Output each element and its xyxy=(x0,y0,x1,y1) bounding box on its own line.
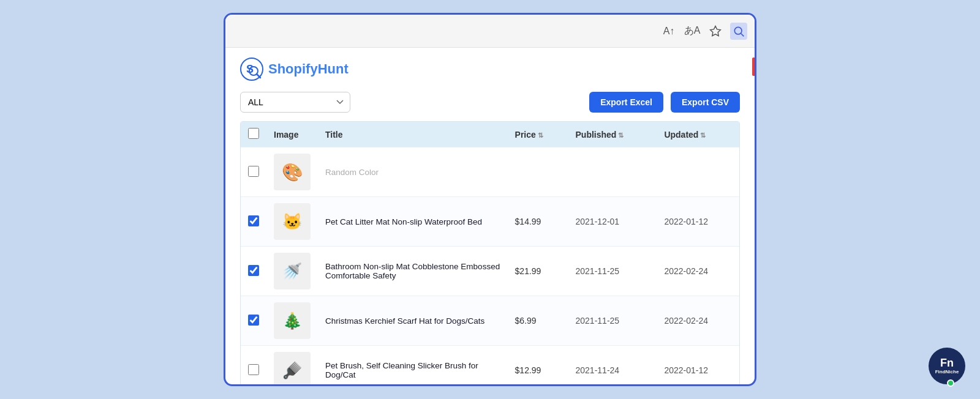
row-image-cell: 🎨 xyxy=(266,147,318,197)
row-image-cell: 🚿 xyxy=(266,247,318,296)
row-price-cell: $12.99 xyxy=(508,346,568,385)
svg-marker-0 xyxy=(710,26,721,35)
row-checkbox[interactable] xyxy=(248,364,259,375)
findniche-badge[interactable]: Fn FindNiche xyxy=(929,348,965,384)
row-image-cell: 🪮 xyxy=(266,346,318,385)
row-title-cell: Bathroom Non-slip Mat Cobblestone Emboss… xyxy=(318,247,508,296)
row-published-cell xyxy=(568,147,657,197)
table-row: 🐱 Pet Cat Litter Mat Non-slip Waterproof… xyxy=(241,197,739,247)
product-image: 🎄 xyxy=(274,302,311,339)
row-price-cell: $6.99 xyxy=(508,296,568,346)
row-checkbox-cell xyxy=(241,346,266,385)
row-price-cell: $21.99 xyxy=(508,247,568,296)
col-updated[interactable]: Updated xyxy=(657,122,739,147)
logo-text: ShopifyHunt xyxy=(268,61,349,77)
browser-window: A↑ あA S ShopifyHunt xyxy=(224,13,756,386)
export-csv-button[interactable]: Export CSV xyxy=(671,92,740,113)
row-published-cell: 2021-11-25 xyxy=(568,247,657,296)
products-table: Image Title Price Published Updated xyxy=(241,122,739,384)
search-icon[interactable] xyxy=(730,23,747,40)
row-price-cell xyxy=(508,147,568,197)
col-image: Image xyxy=(266,122,318,147)
controls-row: ALL Published Unpublished Export Excel E… xyxy=(240,92,740,113)
row-title-cell: Christmas Kerchief Scarf Hat for Dogs/Ca… xyxy=(318,296,508,346)
table-row: 🪮 Pet Brush, Self Cleaning Slicker Brush… xyxy=(241,346,739,385)
row-updated-cell: 2022-01-12 xyxy=(657,197,739,247)
row-checkbox-cell xyxy=(241,197,266,247)
row-checkbox[interactable] xyxy=(248,166,259,177)
row-checkbox-cell xyxy=(241,296,266,346)
browser-toolbar: A↑ あA xyxy=(225,15,755,48)
row-checkbox[interactable] xyxy=(248,265,259,276)
shopifyhunt-logo-icon: S xyxy=(240,58,263,81)
page-content: S ShopifyHunt ALL Published Unpublished … xyxy=(225,48,755,384)
row-title-cell: Pet Brush, Self Cleaning Slicker Brush f… xyxy=(318,346,508,385)
findniche-logo: Fn xyxy=(940,357,954,368)
row-updated-cell: 2022-02-24 xyxy=(657,247,739,296)
row-image-cell: 🐱 xyxy=(266,197,318,247)
table-header-row: Image Title Price Published Updated xyxy=(241,122,739,147)
findniche-status-dot xyxy=(947,379,954,387)
table-row: 🎄 Christmas Kerchief Scarf Hat for Dogs/… xyxy=(241,296,739,346)
table-row: 🎨 Random Color xyxy=(241,147,739,197)
col-checkbox xyxy=(241,122,266,147)
row-checkbox-cell xyxy=(241,147,266,197)
row-checkbox[interactable] xyxy=(248,215,259,226)
export-excel-button[interactable]: Export Excel xyxy=(589,92,663,113)
logo-wordmark: ShopifyHunt xyxy=(268,61,349,76)
product-image: 🎨 xyxy=(274,154,311,190)
font-size-icon[interactable]: A↑ xyxy=(660,23,677,40)
products-table-container: Image Title Price Published Updated xyxy=(240,121,740,384)
logo-area: S ShopifyHunt xyxy=(240,58,740,81)
row-published-cell: 2021-12-01 xyxy=(568,197,657,247)
row-updated-cell: 2022-01-12 xyxy=(657,346,739,385)
filter-select[interactable]: ALL Published Unpublished xyxy=(240,92,350,113)
col-published[interactable]: Published xyxy=(568,122,657,147)
row-updated-cell xyxy=(657,147,739,197)
scroll-indicator xyxy=(752,58,755,76)
row-checkbox-cell xyxy=(241,247,266,296)
select-all-checkbox[interactable] xyxy=(248,128,259,139)
row-updated-cell: 2022-02-24 xyxy=(657,296,739,346)
translate-icon[interactable]: あA xyxy=(684,23,701,40)
product-image: 🪮 xyxy=(274,352,311,384)
svg-line-2 xyxy=(741,33,744,36)
table-row: 🚿 Bathroom Non-slip Mat Cobblestone Embo… xyxy=(241,247,739,296)
col-price[interactable]: Price xyxy=(508,122,568,147)
findniche-label: FindNiche xyxy=(935,369,959,375)
svg-point-1 xyxy=(734,27,742,34)
product-image: 🐱 xyxy=(274,203,311,240)
row-title-cell: Pet Cat Litter Mat Non-slip Waterproof B… xyxy=(318,197,508,247)
favorites-icon[interactable] xyxy=(707,23,724,40)
row-price-cell: $14.99 xyxy=(508,197,568,247)
product-image: 🚿 xyxy=(274,253,311,289)
row-published-cell: 2021-11-25 xyxy=(568,296,657,346)
row-checkbox[interactable] xyxy=(248,315,259,326)
row-published-cell: 2021-11-24 xyxy=(568,346,657,385)
col-title: Title xyxy=(318,122,508,147)
row-title-cell: Random Color xyxy=(318,147,508,197)
row-image-cell: 🎄 xyxy=(266,296,318,346)
